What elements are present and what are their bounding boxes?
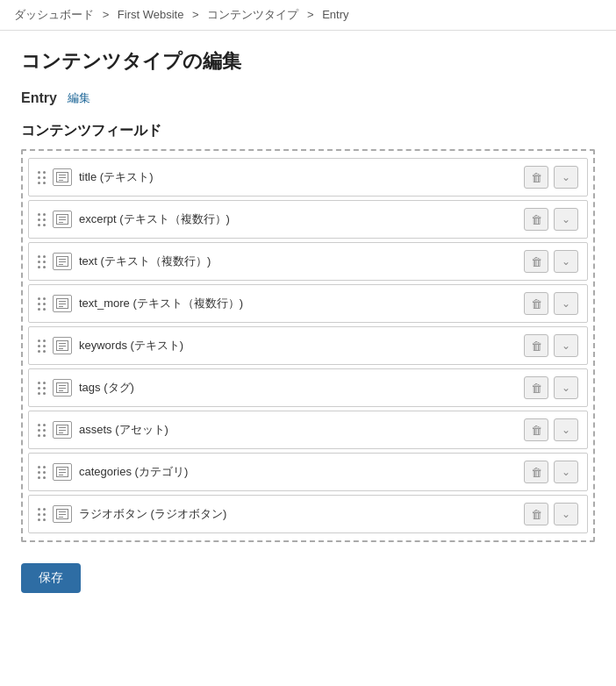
trash-icon: 🗑 (531, 466, 542, 479)
field-actions: 🗑 ⌄ (524, 418, 578, 441)
drag-handle[interactable] (38, 213, 46, 226)
field-row: keywords (テキスト) 🗑 ⌄ (28, 326, 588, 365)
field-row: text (テキスト（複数行）) 🗑 ⌄ (28, 242, 588, 281)
drag-handle[interactable] (38, 339, 46, 353)
field-label: title (テキスト) (79, 169, 524, 185)
drag-handle[interactable] (38, 297, 46, 311)
breadcrumb-dashboard[interactable]: ダッシュボード (14, 8, 94, 21)
field-actions: 🗑 ⌄ (524, 461, 578, 483)
breadcrumb-content-type[interactable]: コンテンツタイプ (207, 8, 298, 21)
expand-button[interactable]: ⌄ (554, 250, 578, 273)
field-label: keywords (テキスト) (79, 338, 524, 354)
field-row: text_more (テキスト（複数行）) 🗑 ⌄ (28, 284, 588, 323)
field-label: categories (カテゴリ) (79, 464, 524, 480)
drag-handle[interactable] (38, 171, 46, 184)
field-row: categories (カテゴリ) 🗑 ⌄ (28, 453, 588, 491)
drag-handle[interactable] (38, 508, 46, 521)
breadcrumb-sep-1: > (103, 8, 110, 21)
field-type-icon (53, 295, 72, 312)
field-actions: 🗑 ⌄ (524, 503, 578, 525)
field-row: ラジオボタン (ラジオボタン) 🗑 ⌄ (28, 495, 588, 533)
chevron-down-icon: ⌄ (562, 255, 570, 268)
delete-button[interactable]: 🗑 (524, 292, 548, 315)
field-type-icon (53, 505, 72, 523)
breadcrumb-website[interactable]: First Website (118, 8, 184, 21)
drag-handle[interactable] (38, 424, 46, 437)
field-label: assets (アセット) (79, 422, 524, 438)
breadcrumb: ダッシュボード > First Website > コンテンツタイプ > Ent… (0, 0, 616, 31)
field-label: ラジオボタン (ラジオボタン) (79, 506, 524, 522)
delete-button[interactable]: 🗑 (524, 250, 548, 273)
field-type-icon (53, 337, 72, 354)
chevron-down-icon: ⌄ (562, 213, 570, 225)
chevron-down-icon: ⌄ (562, 424, 570, 436)
field-label: tags (タグ) (79, 380, 524, 396)
chevron-down-icon: ⌄ (562, 297, 570, 310)
field-type-icon (53, 211, 72, 228)
edit-link[interactable]: 編集 (68, 90, 90, 106)
delete-button[interactable]: 🗑 (524, 208, 548, 231)
chevron-down-icon: ⌄ (562, 508, 570, 520)
drag-handle[interactable] (38, 382, 46, 395)
chevron-down-icon: ⌄ (562, 339, 570, 352)
field-type-icon (53, 253, 72, 270)
trash-icon: 🗑 (531, 424, 542, 437)
field-type-icon (53, 379, 72, 397)
expand-button[interactable]: ⌄ (554, 334, 578, 357)
trash-icon: 🗑 (531, 213, 542, 226)
trash-icon: 🗑 (531, 171, 542, 184)
expand-button[interactable]: ⌄ (554, 503, 578, 525)
drag-handle[interactable] (38, 466, 46, 479)
expand-button[interactable]: ⌄ (554, 461, 578, 483)
field-label: text_more (テキスト（複数行）) (79, 296, 524, 311)
trash-icon: 🗑 (531, 297, 542, 311)
breadcrumb-sep-2: > (192, 8, 199, 21)
delete-button[interactable]: 🗑 (524, 166, 548, 189)
trash-icon: 🗑 (531, 339, 542, 353)
chevron-down-icon: ⌄ (562, 171, 570, 183)
field-actions: 🗑 ⌄ (524, 292, 578, 315)
field-label: text (テキスト（複数行）) (79, 254, 524, 269)
page-title: コンテンツタイプの編集 (21, 48, 595, 75)
delete-button[interactable]: 🗑 (524, 503, 548, 525)
delete-button[interactable]: 🗑 (524, 418, 548, 441)
drag-handle[interactable] (38, 255, 46, 268)
field-actions: 🗑 ⌄ (524, 250, 578, 273)
trash-icon: 🗑 (531, 382, 542, 395)
save-button[interactable]: 保存 (21, 563, 81, 593)
field-type-icon (53, 168, 72, 186)
chevron-down-icon: ⌄ (562, 466, 570, 478)
field-type-icon (53, 463, 72, 481)
breadcrumb-sep-3: > (307, 8, 314, 21)
fields-container: title (テキスト) 🗑 ⌄ (21, 149, 595, 542)
field-actions: 🗑 ⌄ (524, 334, 578, 357)
entry-name: Entry (21, 90, 57, 106)
trash-icon: 🗑 (531, 508, 542, 521)
field-row: tags (タグ) 🗑 ⌄ (28, 368, 588, 407)
expand-button[interactable]: ⌄ (554, 376, 578, 399)
section-title: コンテンツフィールド (21, 122, 595, 140)
field-row: excerpt (テキスト（複数行）) 🗑 ⌄ (28, 200, 588, 239)
field-label: excerpt (テキスト（複数行）) (79, 211, 524, 227)
field-actions: 🗑 ⌄ (524, 208, 578, 231)
delete-button[interactable]: 🗑 (524, 334, 548, 357)
trash-icon: 🗑 (531, 255, 542, 268)
delete-button[interactable]: 🗑 (524, 376, 548, 399)
field-actions: 🗑 ⌄ (524, 376, 578, 399)
field-row: assets (アセット) 🗑 ⌄ (28, 411, 588, 449)
chevron-down-icon: ⌄ (562, 382, 570, 394)
delete-button[interactable]: 🗑 (524, 461, 548, 483)
field-row: title (テキスト) 🗑 ⌄ (28, 158, 588, 197)
entry-header: Entry 編集 (21, 90, 595, 106)
field-actions: 🗑 ⌄ (524, 166, 578, 189)
field-type-icon (53, 421, 72, 439)
breadcrumb-current: Entry (322, 8, 348, 21)
expand-button[interactable]: ⌄ (554, 166, 578, 189)
expand-button[interactable]: ⌄ (554, 292, 578, 315)
expand-button[interactable]: ⌄ (554, 208, 578, 231)
expand-button[interactable]: ⌄ (554, 418, 578, 441)
